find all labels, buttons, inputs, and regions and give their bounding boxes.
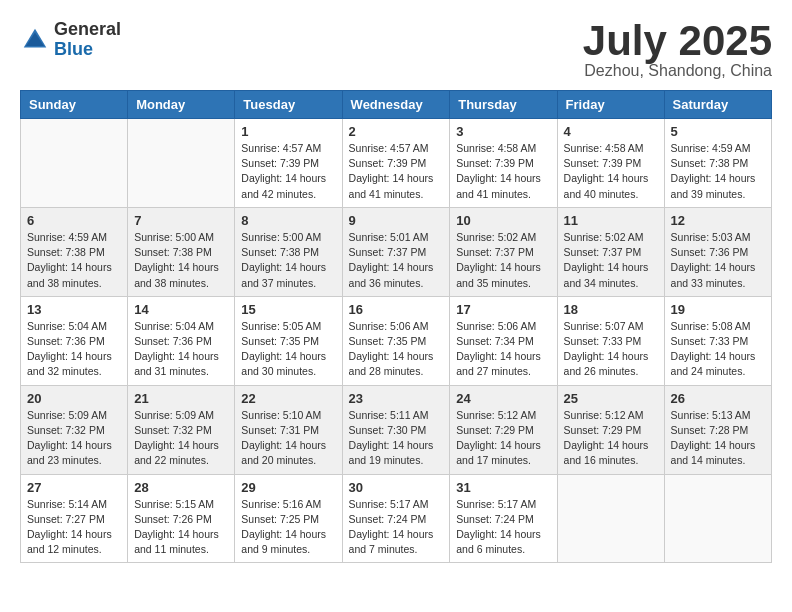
location-subtitle: Dezhou, Shandong, China [583,62,772,80]
table-row: 13Sunrise: 5:04 AMSunset: 7:36 PMDayligh… [21,296,128,385]
day-number: 22 [241,391,335,406]
day-info: Sunrise: 5:13 AMSunset: 7:28 PMDaylight:… [671,408,765,469]
day-number: 14 [134,302,228,317]
table-row: 26Sunrise: 5:13 AMSunset: 7:28 PMDayligh… [664,385,771,474]
table-row: 24Sunrise: 5:12 AMSunset: 7:29 PMDayligh… [450,385,557,474]
calendar-week-row: 6Sunrise: 4:59 AMSunset: 7:38 PMDaylight… [21,207,772,296]
day-number: 10 [456,213,550,228]
col-sunday: Sunday [21,91,128,119]
day-info: Sunrise: 5:02 AMSunset: 7:37 PMDaylight:… [564,230,658,291]
table-row: 31Sunrise: 5:17 AMSunset: 7:24 PMDayligh… [450,474,557,563]
day-number: 30 [349,480,444,495]
day-number: 1 [241,124,335,139]
day-number: 16 [349,302,444,317]
table-row: 27Sunrise: 5:14 AMSunset: 7:27 PMDayligh… [21,474,128,563]
table-row: 16Sunrise: 5:06 AMSunset: 7:35 PMDayligh… [342,296,450,385]
calendar-week-row: 20Sunrise: 5:09 AMSunset: 7:32 PMDayligh… [21,385,772,474]
day-number: 31 [456,480,550,495]
day-number: 27 [27,480,121,495]
calendar-week-row: 1Sunrise: 4:57 AMSunset: 7:39 PMDaylight… [21,119,772,208]
day-number: 6 [27,213,121,228]
table-row: 17Sunrise: 5:06 AMSunset: 7:34 PMDayligh… [450,296,557,385]
table-row: 21Sunrise: 5:09 AMSunset: 7:32 PMDayligh… [128,385,235,474]
day-number: 17 [456,302,550,317]
day-number: 9 [349,213,444,228]
day-number: 18 [564,302,658,317]
day-info: Sunrise: 5:06 AMSunset: 7:34 PMDaylight:… [456,319,550,380]
day-number: 26 [671,391,765,406]
table-row: 22Sunrise: 5:10 AMSunset: 7:31 PMDayligh… [235,385,342,474]
day-number: 5 [671,124,765,139]
day-info: Sunrise: 4:59 AMSunset: 7:38 PMDaylight:… [27,230,121,291]
table-row: 10Sunrise: 5:02 AMSunset: 7:37 PMDayligh… [450,207,557,296]
day-info: Sunrise: 4:57 AMSunset: 7:39 PMDaylight:… [241,141,335,202]
day-info: Sunrise: 5:17 AMSunset: 7:24 PMDaylight:… [349,497,444,558]
col-monday: Monday [128,91,235,119]
day-number: 15 [241,302,335,317]
logo-blue: Blue [54,40,121,60]
table-row [128,119,235,208]
table-row: 30Sunrise: 5:17 AMSunset: 7:24 PMDayligh… [342,474,450,563]
day-number: 21 [134,391,228,406]
day-info: Sunrise: 5:00 AMSunset: 7:38 PMDaylight:… [241,230,335,291]
table-row: 8Sunrise: 5:00 AMSunset: 7:38 PMDaylight… [235,207,342,296]
calendar-week-row: 27Sunrise: 5:14 AMSunset: 7:27 PMDayligh… [21,474,772,563]
table-row: 28Sunrise: 5:15 AMSunset: 7:26 PMDayligh… [128,474,235,563]
col-tuesday: Tuesday [235,91,342,119]
day-info: Sunrise: 5:12 AMSunset: 7:29 PMDaylight:… [564,408,658,469]
day-number: 4 [564,124,658,139]
table-row: 4Sunrise: 4:58 AMSunset: 7:39 PMDaylight… [557,119,664,208]
day-number: 19 [671,302,765,317]
col-saturday: Saturday [664,91,771,119]
table-row: 12Sunrise: 5:03 AMSunset: 7:36 PMDayligh… [664,207,771,296]
day-info: Sunrise: 5:14 AMSunset: 7:27 PMDaylight:… [27,497,121,558]
day-number: 25 [564,391,658,406]
table-row [21,119,128,208]
calendar-week-row: 13Sunrise: 5:04 AMSunset: 7:36 PMDayligh… [21,296,772,385]
page-header: General Blue July 2025 Dezhou, Shandong,… [20,20,772,80]
day-info: Sunrise: 4:59 AMSunset: 7:38 PMDaylight:… [671,141,765,202]
day-info: Sunrise: 5:12 AMSunset: 7:29 PMDaylight:… [456,408,550,469]
day-info: Sunrise: 5:10 AMSunset: 7:31 PMDaylight:… [241,408,335,469]
day-info: Sunrise: 5:03 AMSunset: 7:36 PMDaylight:… [671,230,765,291]
table-row: 1Sunrise: 4:57 AMSunset: 7:39 PMDaylight… [235,119,342,208]
table-row: 9Sunrise: 5:01 AMSunset: 7:37 PMDaylight… [342,207,450,296]
title-area: July 2025 Dezhou, Shandong, China [583,20,772,80]
table-row: 6Sunrise: 4:59 AMSunset: 7:38 PMDaylight… [21,207,128,296]
day-number: 12 [671,213,765,228]
day-number: 29 [241,480,335,495]
table-row: 7Sunrise: 5:00 AMSunset: 7:38 PMDaylight… [128,207,235,296]
day-info: Sunrise: 4:58 AMSunset: 7:39 PMDaylight:… [456,141,550,202]
weekday-header-row: Sunday Monday Tuesday Wednesday Thursday… [21,91,772,119]
day-number: 7 [134,213,228,228]
table-row: 14Sunrise: 5:04 AMSunset: 7:36 PMDayligh… [128,296,235,385]
day-info: Sunrise: 5:11 AMSunset: 7:30 PMDaylight:… [349,408,444,469]
day-info: Sunrise: 5:09 AMSunset: 7:32 PMDaylight:… [27,408,121,469]
day-number: 23 [349,391,444,406]
day-number: 20 [27,391,121,406]
day-info: Sunrise: 5:05 AMSunset: 7:35 PMDaylight:… [241,319,335,380]
col-thursday: Thursday [450,91,557,119]
table-row: 5Sunrise: 4:59 AMSunset: 7:38 PMDaylight… [664,119,771,208]
table-row: 2Sunrise: 4:57 AMSunset: 7:39 PMDaylight… [342,119,450,208]
day-number: 8 [241,213,335,228]
logo-icon [20,25,50,55]
table-row: 11Sunrise: 5:02 AMSunset: 7:37 PMDayligh… [557,207,664,296]
day-info: Sunrise: 5:09 AMSunset: 7:32 PMDaylight:… [134,408,228,469]
day-info: Sunrise: 5:04 AMSunset: 7:36 PMDaylight:… [134,319,228,380]
day-info: Sunrise: 5:02 AMSunset: 7:37 PMDaylight:… [456,230,550,291]
logo-general: General [54,20,121,40]
day-number: 3 [456,124,550,139]
table-row: 3Sunrise: 4:58 AMSunset: 7:39 PMDaylight… [450,119,557,208]
col-friday: Friday [557,91,664,119]
table-row: 23Sunrise: 5:11 AMSunset: 7:30 PMDayligh… [342,385,450,474]
col-wednesday: Wednesday [342,91,450,119]
table-row: 19Sunrise: 5:08 AMSunset: 7:33 PMDayligh… [664,296,771,385]
table-row: 25Sunrise: 5:12 AMSunset: 7:29 PMDayligh… [557,385,664,474]
day-info: Sunrise: 5:16 AMSunset: 7:25 PMDaylight:… [241,497,335,558]
calendar-table: Sunday Monday Tuesday Wednesday Thursday… [20,90,772,563]
table-row: 29Sunrise: 5:16 AMSunset: 7:25 PMDayligh… [235,474,342,563]
day-info: Sunrise: 5:07 AMSunset: 7:33 PMDaylight:… [564,319,658,380]
logo: General Blue [20,20,121,60]
day-info: Sunrise: 5:06 AMSunset: 7:35 PMDaylight:… [349,319,444,380]
